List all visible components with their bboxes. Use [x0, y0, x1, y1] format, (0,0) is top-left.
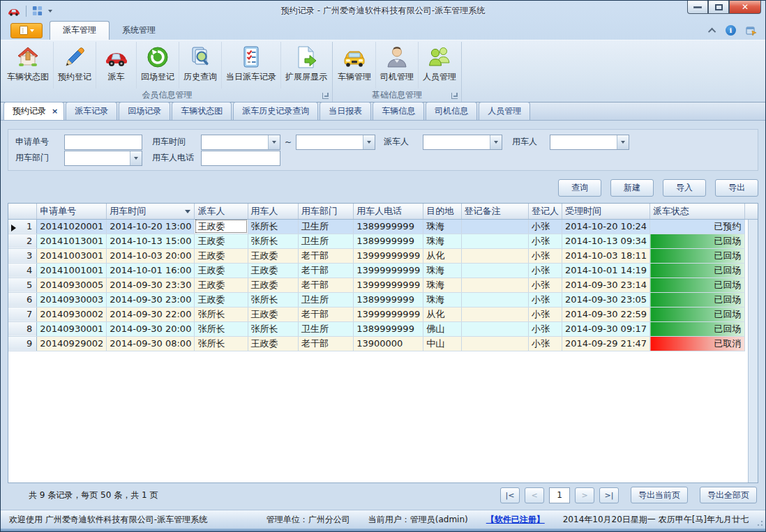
- table-cell[interactable]: 王政委: [248, 278, 299, 292]
- status-cell[interactable]: 已预约: [650, 219, 744, 234]
- status-cell[interactable]: 已回场: [650, 278, 744, 292]
- qat-dropdown-icon[interactable]: [48, 10, 52, 13]
- quick-access-toolbar[interactable]: [29, 6, 52, 16]
- import-button[interactable]: 导入: [663, 179, 706, 197]
- table-cell[interactable]: 2014-10-03 20:00: [107, 248, 195, 263]
- table-cell[interactable]: 2014-10-03 18:11: [562, 248, 649, 263]
- table-cell[interactable]: 13999999999: [354, 248, 423, 263]
- use-time-from-select[interactable]: [201, 135, 280, 150]
- status-cell[interactable]: 已取消: [650, 336, 744, 351]
- table-row[interactable]: 6201409300032014-09-30 23:00王政委张所长卫生所138…: [8, 292, 758, 307]
- last-page-button[interactable]: >|: [599, 487, 619, 503]
- ribbon-tab-派车管理[interactable]: 派车管理: [50, 21, 110, 40]
- layout-grid-icon[interactable]: [32, 6, 43, 16]
- column-header-登记人[interactable]: 登记人: [528, 204, 562, 219]
- ribbon-button-人员管理[interactable]: 人员管理: [419, 42, 460, 89]
- table-cell[interactable]: 珠海: [423, 263, 461, 278]
- resize-grip[interactable]: [755, 518, 763, 526]
- table-cell[interactable]: 2014-09-30 23:14: [562, 278, 649, 292]
- dialog-launcher-icon[interactable]: [451, 93, 458, 99]
- table-cell[interactable]: 2014-09-29 21:47: [562, 336, 649, 351]
- doc-tab-派车记录[interactable]: 派车记录: [66, 102, 117, 120]
- column-header-用车人[interactable]: 用车人: [248, 204, 299, 219]
- table-row[interactable]: 4201410010012014-10-01 16:00王政委王政委老干部139…: [8, 263, 758, 278]
- ribbon-button-预约登记[interactable]: 预约登记: [54, 42, 96, 89]
- table-cell[interactable]: 老干部: [299, 263, 354, 278]
- table-cell[interactable]: 珠海: [423, 219, 461, 234]
- chevron-down-icon[interactable]: [617, 135, 629, 149]
- table-cell[interactable]: 王政委: [248, 307, 299, 321]
- chevron-down-icon[interactable]: [268, 135, 280, 149]
- doc-tab-车辆信息[interactable]: 车辆信息: [373, 102, 424, 120]
- status-cell[interactable]: 已回场: [650, 292, 744, 307]
- table-cell[interactable]: 中山: [423, 336, 461, 351]
- table-cell[interactable]: 2014-09-30 23:30: [107, 278, 195, 292]
- table-cell[interactable]: [461, 234, 528, 248]
- table-cell[interactable]: 卫生所: [299, 321, 354, 336]
- table-cell[interactable]: 小张: [528, 336, 562, 351]
- table-cell[interactable]: 王政委: [195, 219, 248, 234]
- table-cell[interactable]: 2014-10-20 10:24: [562, 219, 649, 234]
- table-cell[interactable]: [461, 336, 528, 351]
- doc-tab-回场记录[interactable]: 回场记录: [119, 102, 170, 120]
- close-button[interactable]: ✕: [729, 1, 761, 14]
- export-button[interactable]: 导出: [715, 179, 758, 197]
- table-cell[interactable]: 小张: [528, 321, 562, 336]
- close-tab-icon[interactable]: ×: [52, 107, 58, 116]
- ribbon-button-派车[interactable]: 派车: [96, 42, 137, 89]
- table-cell[interactable]: 张所长: [248, 321, 299, 336]
- table-row[interactable]: 1201410200012014-10-20 13:00王政委张所长卫生所138…: [8, 219, 758, 234]
- table-cell[interactable]: [461, 278, 528, 292]
- request-no-input[interactable]: [64, 135, 142, 150]
- table-cell[interactable]: 王政委: [195, 292, 248, 307]
- table-cell[interactable]: 王政委: [248, 248, 299, 263]
- table-cell[interactable]: 2014-09-30 23:00: [107, 292, 195, 307]
- table-cell[interactable]: 王政委: [195, 278, 248, 292]
- table-cell[interactable]: 老干部: [299, 336, 354, 351]
- row-indicator[interactable]: 4: [8, 263, 37, 278]
- table-cell[interactable]: 20140930001: [37, 321, 107, 336]
- maximize-button[interactable]: [708, 1, 729, 14]
- table-cell[interactable]: 王政委: [248, 263, 299, 278]
- phone-input[interactable]: [201, 151, 280, 166]
- ribbon-button-历史查询[interactable]: 历史查询: [179, 42, 222, 89]
- table-cell[interactable]: 13900000: [354, 336, 423, 351]
- table-row[interactable]: 8201409300012014-09-30 20:00张所长张所长卫生所138…: [8, 321, 758, 336]
- table-cell[interactable]: 1389999999: [354, 234, 423, 248]
- table-cell[interactable]: 2014-10-13 15:00: [107, 234, 195, 248]
- column-header-申请单号[interactable]: 申请单号: [37, 204, 107, 219]
- table-cell[interactable]: 小张: [528, 263, 562, 278]
- ribbon-tab-系统管理[interactable]: 系统管理: [110, 22, 168, 40]
- table-cell[interactable]: 老干部: [299, 248, 354, 263]
- table-cell[interactable]: 小张: [528, 307, 562, 321]
- chevron-down-icon[interactable]: [490, 135, 502, 149]
- table-cell[interactable]: 2014-09-30 22:59: [562, 307, 649, 321]
- doc-tab-司机信息[interactable]: 司机信息: [426, 102, 477, 120]
- table-cell[interactable]: 2014-10-01 16:00: [107, 263, 195, 278]
- table-cell[interactable]: [461, 248, 528, 263]
- column-header-受理时间[interactable]: 受理时间: [562, 204, 649, 219]
- doc-tab-人员管理[interactable]: 人员管理: [479, 102, 530, 120]
- table-cell[interactable]: 王政委: [248, 336, 299, 351]
- table-cell[interactable]: 20141020001: [37, 219, 107, 234]
- row-indicator[interactable]: 1: [8, 219, 37, 234]
- first-page-button[interactable]: |<: [500, 487, 520, 503]
- table-cell[interactable]: [461, 219, 528, 234]
- row-indicator[interactable]: 7: [8, 307, 37, 321]
- table-cell[interactable]: 20140930003: [37, 292, 107, 307]
- table-cell[interactable]: 小张: [528, 278, 562, 292]
- table-cell[interactable]: 卫生所: [299, 219, 354, 234]
- table-cell[interactable]: [461, 321, 528, 336]
- page-number-input[interactable]: 1: [549, 487, 570, 503]
- table-cell[interactable]: 13999999999: [354, 278, 423, 292]
- ribbon-button-回场登记[interactable]: 回场登记: [137, 42, 179, 89]
- table-row[interactable]: 9201409290022014-09-30 08:00张所长王政委老干部139…: [8, 336, 758, 351]
- table-cell[interactable]: 卫生所: [299, 234, 354, 248]
- table-cell[interactable]: 1389999999: [354, 219, 423, 234]
- table-cell[interactable]: 佛山: [423, 321, 461, 336]
- table-cell[interactable]: 王政委: [195, 263, 248, 278]
- chevron-down-icon[interactable]: [130, 151, 142, 165]
- row-indicator[interactable]: 6: [8, 292, 37, 307]
- info-icon[interactable]: i: [726, 25, 736, 36]
- column-header-用车人电话[interactable]: 用车人电话: [354, 204, 423, 219]
